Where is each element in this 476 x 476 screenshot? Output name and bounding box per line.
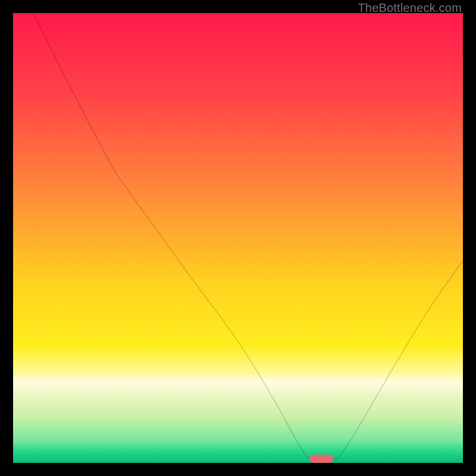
bottleneck-curve	[13, 13, 463, 463]
bottleneck-curve-path	[33, 13, 463, 459]
chart-frame: TheBottleneck.com	[0, 0, 476, 476]
plot-area	[13, 13, 463, 463]
optimal-marker	[309, 455, 333, 463]
